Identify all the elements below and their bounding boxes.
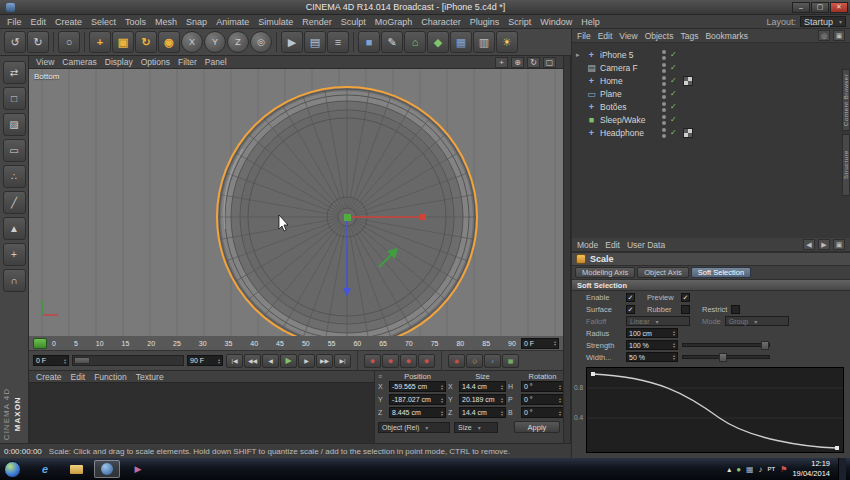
pan-view-icon[interactable]: + — [495, 57, 508, 68]
menu-item[interactable]: MoGraph — [375, 17, 413, 27]
coords-size-select[interactable]: Size — [454, 422, 498, 433]
visibility-dots-icon[interactable] — [661, 76, 667, 86]
timeline-ruler[interactable]: 051015202530354045505560657075808590 0 F — [29, 336, 563, 351]
redo-icon[interactable]: ↻ — [27, 31, 49, 53]
internet-explorer-icon[interactable]: e — [32, 460, 58, 478]
volume-icon[interactable]: ♪ — [759, 465, 763, 474]
move-tool-icon[interactable]: + — [89, 31, 111, 53]
visibility-dots-icon[interactable] — [661, 63, 667, 73]
autokey-button[interactable]: ◉ — [448, 354, 465, 368]
object-name[interactable]: Botões — [600, 102, 658, 112]
menu-item[interactable]: Create — [55, 17, 82, 27]
rotate-tool-icon[interactable]: ↻ — [135, 31, 157, 53]
falloff-select[interactable]: Linear — [626, 316, 690, 326]
coordinate-system-icon[interactable]: ◎ — [250, 31, 272, 53]
lock-y-axis-icon[interactable]: Y — [204, 31, 226, 53]
slider-handle[interactable] — [761, 341, 769, 350]
history-forward-icon[interactable]: ▶ — [818, 239, 830, 250]
viewport[interactable]: Bottom — [29, 69, 563, 336]
add-deformer-icon[interactable]: ◆ — [427, 31, 449, 53]
object-manager-menu-item[interactable]: Bookmarks — [705, 31, 748, 41]
surface-checkbox[interactable] — [626, 305, 635, 314]
snap-icon[interactable]: ∩ — [3, 269, 26, 292]
viewport-menu-item[interactable]: View — [36, 57, 54, 67]
menu-item[interactable]: Simulate — [258, 17, 293, 27]
object-name[interactable]: Headphone — [600, 128, 658, 138]
end-frame-field[interactable]: 90 F — [187, 355, 223, 366]
enable-axis-icon[interactable]: + — [3, 243, 26, 266]
lock-icon[interactable]: ▣ — [833, 30, 845, 41]
status-icon[interactable]: ● — [736, 465, 741, 474]
record-rotation-button[interactable]: ● — [418, 354, 435, 368]
position-field[interactable]: -59.565 cm — [389, 381, 446, 392]
polygons-mode-icon[interactable]: ▲ — [3, 217, 26, 240]
position-field[interactable]: -187.027 cm — [389, 394, 446, 405]
record-scale-button[interactable]: ● — [400, 354, 417, 368]
tab-structure[interactable]: Structure — [842, 134, 850, 196]
view-label[interactable]: Bottom — [34, 72, 59, 81]
preview-range-slider[interactable] — [72, 355, 184, 366]
object-row[interactable]: + iPhone 5 ✓ — [572, 48, 850, 61]
minimize-button[interactable] — [792, 2, 810, 13]
menu-item[interactable]: Window — [540, 17, 572, 27]
texture-tag-icon[interactable] — [683, 128, 693, 138]
size-field[interactable]: 20.189 cm — [459, 394, 506, 405]
viewport-menu-item[interactable]: Cameras — [62, 57, 96, 67]
edges-mode-icon[interactable]: ╱ — [3, 191, 26, 214]
make-editable-icon[interactable]: ⇄ — [3, 61, 26, 84]
taskbar-clock[interactable]: 12:19 19/04/2014 — [792, 459, 833, 479]
apply-button[interactable]: Apply — [514, 421, 560, 433]
add-cube-icon[interactable]: ■ — [358, 31, 380, 53]
keyframe-selection-button[interactable]: ◇ — [466, 354, 483, 368]
goto-start-button[interactable]: |◀ — [226, 354, 243, 368]
workplane-mode-icon[interactable]: ▭ — [3, 139, 26, 162]
maximize-button[interactable] — [811, 2, 829, 13]
object-row[interactable]: + Home ✓ — [572, 74, 850, 87]
layout-select[interactable]: Startup — [800, 16, 846, 27]
expand-caret-icon[interactable] — [576, 51, 583, 59]
object-name[interactable]: Camera F — [600, 63, 658, 73]
visibility-dots-icon[interactable] — [661, 102, 667, 112]
tab-content-browser[interactable]: Content Browser — [842, 69, 850, 131]
add-light-icon[interactable]: ☀ — [496, 31, 518, 53]
mode-select[interactable]: Group — [725, 316, 789, 326]
strength-slider[interactable] — [682, 343, 770, 347]
object-manager-menu-item[interactable]: Edit — [598, 31, 613, 41]
model-mode-icon[interactable]: □ — [3, 87, 26, 110]
visibility-dots-icon[interactable] — [661, 128, 667, 138]
close-button[interactable] — [830, 2, 848, 13]
position-field[interactable]: 8.445 cm — [389, 407, 446, 418]
texture-tag-icon[interactable] — [683, 76, 693, 86]
width-slider[interactable] — [682, 355, 770, 359]
coords-menu-icon[interactable] — [378, 373, 387, 380]
attributes-menu-item[interactable]: User Data — [627, 240, 665, 250]
size-field[interactable]: 14.4 cm — [459, 381, 506, 392]
width-field[interactable]: 50 % — [626, 352, 678, 362]
add-floor-icon[interactable]: ▦ — [450, 31, 472, 53]
range-handle[interactable] — [74, 357, 90, 364]
cinema4d-taskbar-icon[interactable] — [94, 460, 120, 478]
start-button[interactable] — [4, 461, 21, 478]
solo-button[interactable]: ▦ — [502, 354, 519, 368]
section-header[interactable]: Soft Selection — [572, 280, 850, 291]
menu-item[interactable]: Select — [91, 17, 116, 27]
lock-z-axis-icon[interactable]: Z — [227, 31, 249, 53]
enabled-check-icon[interactable]: ✓ — [670, 63, 680, 72]
preview-checkbox[interactable] — [681, 293, 690, 302]
render-settings-icon[interactable]: ≡ — [327, 31, 349, 53]
menu-item[interactable]: Tools — [125, 17, 146, 27]
start-frame-field[interactable]: 0 F — [33, 355, 69, 366]
goto-end-button[interactable]: ▶| — [334, 354, 351, 368]
object-manager-menu-item[interactable]: File — [577, 31, 591, 41]
media-app-icon[interactable]: ▶ — [125, 460, 151, 478]
add-camera-icon[interactable]: ▥ — [473, 31, 495, 53]
visibility-dots-icon[interactable] — [661, 89, 667, 99]
menu-item[interactable]: File — [7, 17, 22, 27]
rubber-checkbox[interactable] — [681, 305, 690, 314]
prev-frame-button[interactable]: ◀ — [262, 354, 279, 368]
menu-item[interactable]: Animate — [216, 17, 249, 27]
attribute-tab[interactable]: Soft Selection — [691, 267, 751, 278]
frame-spinner[interactable] — [554, 340, 556, 346]
play-sound-button[interactable]: ♪ — [484, 354, 501, 368]
language-icon[interactable]: PT — [768, 466, 776, 472]
